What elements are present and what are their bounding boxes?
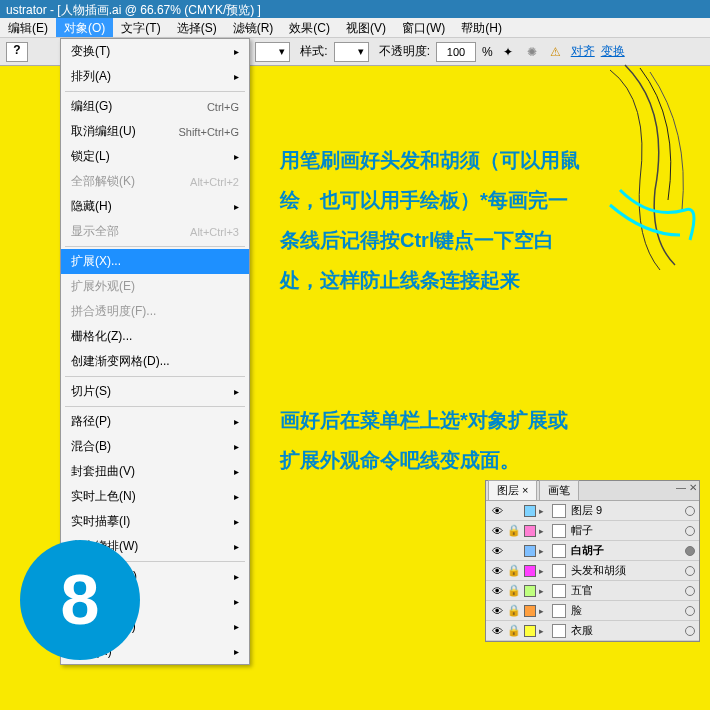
- visibility-icon[interactable]: 👁: [490, 525, 504, 537]
- disclosure-icon[interactable]: ▸: [539, 546, 549, 556]
- opacity-label: 不透明度:: [379, 43, 430, 60]
- step-badge: 8: [20, 540, 140, 660]
- opacity-value[interactable]: 100: [436, 42, 476, 62]
- menu-item-16[interactable]: 切片(S): [61, 379, 249, 404]
- lock-icon[interactable]: 🔒: [507, 584, 521, 597]
- layer-thumb: [552, 504, 566, 518]
- color-swatch: [524, 625, 536, 637]
- layer-name: 衣服: [569, 623, 682, 638]
- menu-7[interactable]: 窗口(W): [394, 18, 453, 37]
- tab-layers[interactable]: 图层 ×: [488, 480, 537, 500]
- layers-panel: 图层 × 画笔 — ✕ 👁▸图层 9👁🔒▸帽子👁▸白胡子👁🔒▸头发和胡须👁🔒▸五…: [485, 480, 700, 642]
- menu-1[interactable]: 对象(O): [56, 18, 113, 37]
- color-swatch: [524, 545, 536, 557]
- target-icon[interactable]: [685, 606, 695, 616]
- target-icon[interactable]: [685, 526, 695, 536]
- layer-name: 五官: [569, 583, 682, 598]
- disclosure-icon[interactable]: ▸: [539, 566, 549, 576]
- burst-icon[interactable]: ✺: [523, 43, 541, 61]
- menu-item-3[interactable]: 编组(G)Ctrl+G: [61, 94, 249, 119]
- menu-3[interactable]: 选择(S): [169, 18, 225, 37]
- target-icon[interactable]: [685, 626, 695, 636]
- menu-item-18[interactable]: 路径(P): [61, 409, 249, 434]
- menu-8[interactable]: 帮助(H): [453, 18, 510, 37]
- visibility-icon[interactable]: 👁: [490, 625, 504, 637]
- disclosure-icon[interactable]: ▸: [539, 526, 549, 536]
- layer-thumb: [552, 544, 566, 558]
- chevron-down-icon: ▾: [279, 45, 285, 58]
- target-icon[interactable]: [685, 566, 695, 576]
- target-icon[interactable]: [685, 586, 695, 596]
- layer-row[interactable]: 👁▸白胡子: [486, 541, 699, 561]
- menu-item-6: 全部解锁(K)Alt+Ctrl+2: [61, 169, 249, 194]
- lock-icon[interactable]: 🔒: [507, 624, 521, 637]
- separator: [65, 91, 245, 92]
- visibility-icon[interactable]: 👁: [490, 585, 504, 597]
- align-link[interactable]: 对齐: [571, 43, 595, 60]
- separator: [65, 376, 245, 377]
- menu-item-19[interactable]: 混合(B): [61, 434, 249, 459]
- layer-thumb: [552, 624, 566, 638]
- sparkle-icon[interactable]: ✦: [499, 43, 517, 61]
- target-icon[interactable]: [685, 506, 695, 516]
- disclosure-icon[interactable]: ▸: [539, 586, 549, 596]
- visibility-icon[interactable]: 👁: [490, 605, 504, 617]
- menu-item-22[interactable]: 实时描摹(I): [61, 509, 249, 534]
- menu-item-0[interactable]: 变换(T): [61, 39, 249, 64]
- layer-row[interactable]: 👁🔒▸五官: [486, 581, 699, 601]
- visibility-icon[interactable]: 👁: [490, 545, 504, 557]
- target-icon[interactable]: [685, 546, 695, 556]
- menu-item-14[interactable]: 创建渐变网格(D)...: [61, 349, 249, 374]
- menu-item-10[interactable]: 扩展(X)...: [61, 249, 249, 274]
- color-swatch: [524, 585, 536, 597]
- layer-row[interactable]: 👁🔒▸脸: [486, 601, 699, 621]
- menu-item-21[interactable]: 实时上色(N): [61, 484, 249, 509]
- lock-icon[interactable]: 🔒: [507, 564, 521, 577]
- menu-4[interactable]: 滤镜(R): [225, 18, 282, 37]
- panel-tabs: 图层 × 画笔 — ✕: [486, 481, 699, 501]
- opacity-pct: %: [482, 45, 493, 59]
- menu-item-13[interactable]: 栅格化(Z)...: [61, 324, 249, 349]
- layer-thumb: [552, 524, 566, 538]
- brush-combo[interactable]: ▾: [255, 42, 290, 62]
- layer-row[interactable]: 👁▸图层 9: [486, 501, 699, 521]
- help-icon[interactable]: ?: [6, 42, 28, 62]
- instruction-text-1: 用笔刷画好头发和胡须（可以用鼠绘，也可以用手绘板）*每画完一条线后记得按Ctrl…: [280, 140, 580, 300]
- layer-thumb: [552, 584, 566, 598]
- layer-row[interactable]: 👁🔒▸帽子: [486, 521, 699, 541]
- layer-thumb: [552, 564, 566, 578]
- lock-icon[interactable]: 🔒: [507, 524, 521, 537]
- chevron-down-icon: ▾: [358, 45, 364, 58]
- visibility-icon[interactable]: 👁: [490, 565, 504, 577]
- layer-row[interactable]: 👁🔒▸头发和胡须: [486, 561, 699, 581]
- disclosure-icon[interactable]: ▸: [539, 506, 549, 516]
- disclosure-icon[interactable]: ▸: [539, 626, 549, 636]
- color-swatch: [524, 605, 536, 617]
- menu-item-1[interactable]: 排列(A): [61, 64, 249, 89]
- menu-5[interactable]: 效果(C): [281, 18, 338, 37]
- menu-item-20[interactable]: 封套扭曲(V): [61, 459, 249, 484]
- disclosure-icon[interactable]: ▸: [539, 606, 549, 616]
- separator: [65, 406, 245, 407]
- style-combo[interactable]: ▾: [334, 42, 369, 62]
- tab-brushes[interactable]: 画笔: [539, 480, 579, 500]
- layer-name: 白胡子: [569, 543, 682, 558]
- close-icon[interactable]: ✕: [689, 482, 697, 493]
- menu-item-5[interactable]: 锁定(L): [61, 144, 249, 169]
- layer-row[interactable]: 👁🔒▸衣服: [486, 621, 699, 641]
- layer-name: 帽子: [569, 523, 682, 538]
- menu-item-4[interactable]: 取消编组(U)Shift+Ctrl+G: [61, 119, 249, 144]
- color-swatch: [524, 525, 536, 537]
- menu-item-7[interactable]: 隐藏(H): [61, 194, 249, 219]
- menu-6[interactable]: 视图(V): [338, 18, 394, 37]
- warning-icon[interactable]: ⚠: [547, 43, 565, 61]
- transform-link[interactable]: 变换: [601, 43, 625, 60]
- menu-0[interactable]: 编辑(E): [0, 18, 56, 37]
- menu-item-8: 显示全部Alt+Ctrl+3: [61, 219, 249, 244]
- hair-illustration: [590, 60, 710, 280]
- lock-icon[interactable]: 🔒: [507, 604, 521, 617]
- visibility-icon[interactable]: 👁: [490, 505, 504, 517]
- minimize-icon[interactable]: —: [676, 482, 686, 493]
- instruction-text-2: 画好后在菜单栏上选*对象扩展或扩展外观命令吧线变成面。: [280, 400, 580, 480]
- menu-2[interactable]: 文字(T): [113, 18, 168, 37]
